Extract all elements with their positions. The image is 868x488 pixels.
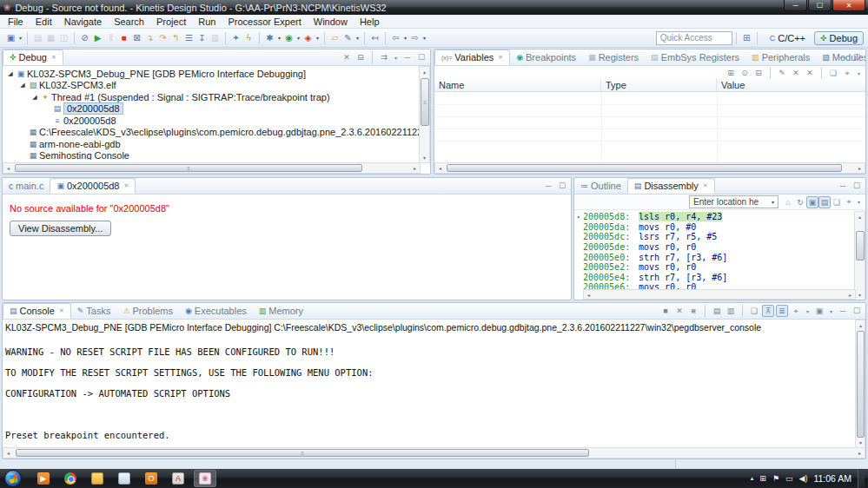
tree-item-launch[interactable]: ◢ ▣ KL03Z-SPCM3_Debug_PNE [GDB PEMicro I…: [3, 68, 430, 80]
network-icon[interactable]: ▭: [785, 474, 793, 483]
column-name[interactable]: Name: [434, 79, 601, 91]
tab-memory[interactable]: ▥ Memory: [253, 303, 309, 319]
new-view-icon[interactable]: ❏: [831, 196, 843, 208]
combo-dropdown-icon[interactable]: ▾: [770, 199, 776, 205]
menu-edit[interactable]: Edit: [30, 16, 58, 27]
pin-icon[interactable]: ⌖: [841, 67, 853, 79]
collapse-all-icon[interactable]: ⊟: [354, 51, 367, 63]
tray-grid-icon[interactable]: ⊞: [759, 474, 766, 483]
tab-variables[interactable]: (x)= Variables ✕: [434, 49, 510, 65]
menu-processor-expert[interactable]: Processor Expert: [222, 16, 307, 27]
close-icon[interactable]: ✕: [51, 54, 56, 61]
start-button[interactable]: [4, 470, 22, 487]
maximize-view-icon[interactable]: ☐: [415, 51, 427, 63]
expander-icon[interactable]: ◢: [18, 82, 27, 89]
tree-item-thread[interactable]: ◢ ✦ Thread #1 (Suspended : Signal : SIGT…: [3, 91, 430, 103]
view-menu-icon[interactable]: ▾: [855, 70, 863, 76]
cast-to-type-icon[interactable]: ✎: [776, 67, 788, 79]
menu-file[interactable]: File: [2, 16, 30, 27]
minimize-view-icon[interactable]: ─: [401, 51, 414, 63]
action-center-flag-icon[interactable]: ⚑: [772, 474, 779, 483]
scroll-left-icon[interactable]: ◂: [584, 290, 593, 300]
close-icon[interactable]: ✕: [498, 54, 503, 61]
clock[interactable]: 11:06 AM: [813, 473, 851, 484]
remove-all-terminated-icon[interactable]: ✕: [341, 51, 353, 63]
lock-icon[interactable]: ◫: [57, 31, 70, 45]
tab-address-editor[interactable]: ▣ 0x200005d8 ✕: [50, 178, 136, 194]
new-view-icon[interactable]: ❏: [827, 67, 839, 79]
view-menu-icon[interactable]: ▾: [392, 55, 400, 61]
use-step-filters-icon[interactable]: ▥: [209, 31, 222, 45]
scroll-right-icon[interactable]: ▸: [845, 290, 855, 300]
scroll-right-icon[interactable]: ▸: [855, 448, 865, 458]
refresh-icon[interactable]: ↻: [794, 196, 806, 208]
open-console-icon[interactable]: ▣: [813, 305, 825, 317]
disassembly-vertical-scrollbar[interactable]: ▴ ▾: [854, 211, 865, 300]
terminate-icon[interactable]: ■: [659, 305, 672, 317]
show-when-changed-icon[interactable]: ▥: [725, 305, 737, 317]
tab-main-c[interactable]: c main.c: [3, 178, 50, 194]
suspend-icon[interactable]: ‖: [104, 31, 117, 45]
external-tools-arrow-icon[interactable]: ▾: [315, 35, 321, 41]
tab-tasks[interactable]: ✎ Tasks: [71, 303, 117, 319]
console-dropdown-icon[interactable]: ▾: [804, 308, 812, 314]
disconnect-icon[interactable]: ⊠: [130, 31, 143, 45]
maximize-view-icon[interactable]: ☐: [851, 305, 863, 317]
tab-registers[interactable]: ▦ Registers: [582, 49, 645, 65]
collapse-all-icon[interactable]: ⊟: [752, 67, 765, 79]
scrollbar-thumb[interactable]: [447, 164, 842, 172]
word-wrap-icon[interactable]: ≣: [776, 305, 788, 317]
new-wizard-icon[interactable]: ▣: [4, 31, 17, 45]
debug-dropdown-icon[interactable]: ✱: [263, 31, 276, 45]
taskbar-explorer[interactable]: [86, 470, 109, 487]
external-tools-icon[interactable]: ◈: [301, 31, 315, 45]
disassembly-line[interactable]: 200005e0: strh r7, [r3, #6]: [574, 252, 865, 262]
run-dropdown-icon[interactable]: ◉: [282, 31, 295, 45]
open-console-dropdown-icon[interactable]: ▾: [827, 308, 835, 314]
minimize-view-icon[interactable]: ─: [837, 51, 849, 63]
tab-debug[interactable]: ✜ Debug ✕: [3, 49, 63, 65]
tab-executables[interactable]: ◉ Executables: [179, 303, 253, 319]
close-icon[interactable]: ✕: [703, 182, 708, 189]
instruction-stepping-icon[interactable]: ☰: [182, 31, 195, 45]
new-dropdown-icon[interactable]: ▾: [17, 35, 23, 41]
tree-item-elf[interactable]: ◢ ▧ KL03Z-SPCM3.elf: [3, 80, 430, 92]
minimize-view-icon[interactable]: ─: [542, 180, 554, 192]
close-icon[interactable]: ✕: [123, 182, 129, 189]
run-dropdown-arrow-icon[interactable]: ▾: [295, 35, 301, 41]
step-over-icon[interactable]: ↷: [156, 31, 169, 45]
scrollbar-thumb[interactable]: ≡: [421, 78, 429, 126]
tree-item-gdb-server[interactable]: ▦ C:\Freescale\KDS_v3\eclipse\plugins\co…: [3, 127, 430, 139]
disassembly-line[interactable]: 200005da: movs r0, #0: [574, 222, 865, 233]
variables-horizontal-scrollbar[interactable]: ◂ ▸: [434, 162, 865, 174]
expander-icon[interactable]: ◢: [30, 94, 39, 101]
minimize-button[interactable]: ─: [784, 0, 807, 11]
display-selected-console-icon[interactable]: ❏: [748, 305, 760, 317]
show-hidden-icons[interactable]: ▴: [751, 475, 754, 482]
tab-peripherals[interactable]: ▥ Peripherals: [745, 49, 816, 65]
close-button[interactable]: ✕: [832, 0, 865, 11]
disassembly-line[interactable]: 200005e2: movs r0, r0: [574, 262, 865, 273]
taskbar-outlook[interactable]: O: [140, 470, 162, 487]
search-dropdown-arrow-icon[interactable]: ▾: [354, 35, 361, 41]
link-with-icon[interactable]: ⇉: [378, 51, 390, 63]
restore-button[interactable]: ☐: [808, 0, 832, 11]
pin-console-icon[interactable]: ⌖: [790, 305, 802, 317]
step-return-icon[interactable]: ↰: [169, 31, 182, 45]
scroll-down-icon[interactable]: ▾: [855, 290, 865, 300]
remove-launch-icon[interactable]: ✕: [673, 305, 686, 317]
menu-project[interactable]: Project: [150, 16, 192, 27]
scroll-left-icon[interactable]: ◂: [435, 163, 445, 173]
terminate-icon[interactable]: ■: [117, 31, 130, 45]
scroll-right-icon[interactable]: ▸: [855, 163, 865, 173]
menu-window[interactable]: Window: [308, 16, 354, 27]
disassembly-horizontal-scrollbar[interactable]: ◂ ▸: [583, 289, 856, 300]
step-into-icon[interactable]: ↴: [143, 31, 156, 45]
forward-dropdown-arrow-icon[interactable]: ▾: [421, 35, 427, 41]
location-combo[interactable]: Enter location he ▾: [689, 195, 779, 208]
scroll-lock-icon[interactable]: ⊼: [762, 305, 774, 317]
processor-expert-icon[interactable]: ✦: [229, 31, 242, 45]
scroll-down-icon[interactable]: ▾: [856, 438, 865, 447]
taskbar-acrobat[interactable]: A: [167, 470, 189, 487]
disassembly-line[interactable]: 200005de: movs r0, r0: [574, 242, 865, 253]
